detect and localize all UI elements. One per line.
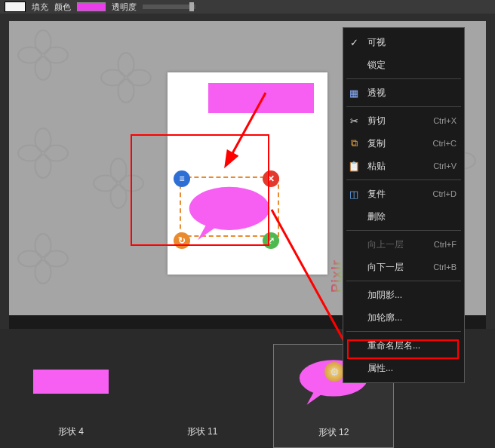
menu-separator <box>346 180 461 180</box>
svg-point-15 <box>120 176 143 192</box>
scissors-icon: ✂ <box>346 113 361 128</box>
resize-handle-icon[interactable]: ⤢ <box>263 232 279 249</box>
menu-copy[interactable]: ⧉ 复制 Ctrl+C <box>343 132 464 155</box>
svg-point-2 <box>18 48 42 63</box>
menu-cut[interactable]: ✂ 剪切 Ctrl+X <box>343 109 464 132</box>
menu-label: 向下一层 <box>367 261 427 274</box>
fill-label: 填充 <box>32 2 48 13</box>
canvas-page[interactable] <box>168 72 327 275</box>
menu-label: 锁定 <box>367 59 457 72</box>
layer-preview <box>11 344 131 419</box>
menu-shortcut: Ctrl+C <box>433 139 457 148</box>
menu-label: 重命名层名... <box>367 339 457 352</box>
menu-label: 透视 <box>367 87 457 100</box>
bg-flower <box>17 232 69 285</box>
svg-point-10 <box>18 146 42 161</box>
layer-label: 形状 4 <box>58 425 84 438</box>
blank-icon <box>346 287 361 302</box>
delete-handle-icon[interactable]: ✕ <box>263 170 279 187</box>
menu-label: 可视 <box>367 36 457 49</box>
blank-icon <box>346 361 361 376</box>
menu-label: 复件 <box>367 188 427 201</box>
menu-rename[interactable]: 重命名层名... <box>343 334 464 357</box>
menu-perspective[interactable]: ▦ 透视 <box>343 81 464 104</box>
menu-shortcut: Ctrl+X <box>433 116 457 125</box>
menu-shortcut: Ctrl+B <box>433 262 457 272</box>
copy-icon: ⧉ <box>346 136 361 151</box>
menu-label: 向上一层 <box>367 238 428 251</box>
svg-point-18 <box>18 251 42 267</box>
menu-shortcut: Ctrl+V <box>433 161 457 170</box>
blank-icon <box>346 57 361 72</box>
menu-lock[interactable]: 锁定 <box>343 54 464 76</box>
svg-point-14 <box>94 176 117 192</box>
layer-label: 形状 12 <box>318 426 349 439</box>
layer-thumb[interactable]: 形状 4 <box>11 344 131 448</box>
menu-shadow[interactable]: 加阴影... <box>343 284 464 306</box>
menu-label: 属性... <box>367 362 457 375</box>
pink-rectangle-icon <box>33 370 109 394</box>
menu-separator <box>346 230 461 231</box>
opacity-label: 透明度 <box>112 2 137 13</box>
layer-thumb[interactable]: 形状 11 <box>142 344 263 448</box>
menu-separator <box>346 78 461 79</box>
menu-move-down[interactable]: 向下一层 Ctrl+B <box>343 256 464 278</box>
menu-move-up[interactable]: 向上一层 Ctrl+F <box>343 233 464 256</box>
menu-separator <box>346 331 461 332</box>
svg-point-3 <box>45 48 68 63</box>
gear-icon: ⚙ <box>324 362 344 382</box>
menu-label: 删除 <box>367 210 457 223</box>
speech-bubble-shape[interactable] <box>183 184 276 243</box>
opacity-slider[interactable] <box>143 5 195 9</box>
blank-icon <box>346 209 361 224</box>
color-label: 颜色 <box>54 2 71 13</box>
menu-handle-icon[interactable]: ≡ <box>174 170 190 187</box>
duplicate-icon: ◫ <box>346 186 361 201</box>
menu-outline[interactable]: 加轮廓... <box>343 306 464 329</box>
pink-rectangle-shape[interactable] <box>208 83 314 113</box>
menu-delete[interactable]: 删除 <box>343 205 464 228</box>
menu-duplicate[interactable]: ◫ 复件 Ctrl+D <box>343 183 464 205</box>
menu-label: 复制 <box>367 137 427 150</box>
menu-separator <box>346 281 461 281</box>
check-icon: ✓ <box>346 35 361 50</box>
layer-preview <box>142 344 263 419</box>
blank-icon <box>346 259 361 275</box>
blank-icon <box>346 310 361 325</box>
svg-point-11 <box>45 146 68 161</box>
context-menu: ✓ 可视 锁定 ▦ 透视 ✂ 剪切 Ctrl+X ⧉ 复制 Ctrl+C 📋 粘… <box>343 27 465 383</box>
rotate-handle-icon[interactable]: ↻ <box>174 232 190 249</box>
bg-flower <box>17 29 69 81</box>
grid-icon: ▦ <box>346 85 361 100</box>
menu-visible[interactable]: ✓ 可视 <box>343 31 464 54</box>
menu-shortcut: Ctrl+F <box>434 240 457 249</box>
menu-label: 加阴影... <box>367 289 457 302</box>
menu-separator <box>346 106 461 107</box>
color-swatch[interactable] <box>77 2 106 11</box>
menu-paste[interactable]: 📋 粘贴 Ctrl+V <box>343 155 464 177</box>
blank-icon <box>346 338 361 353</box>
layer-label: 形状 11 <box>187 425 218 438</box>
top-toolbar: 填充 颜色 透明度 <box>0 0 495 14</box>
bg-flower <box>17 127 69 180</box>
svg-point-19 <box>45 251 68 267</box>
bg-flower <box>100 51 152 104</box>
paste-icon: 📋 <box>346 158 361 173</box>
svg-point-7 <box>128 70 151 86</box>
menu-label: 剪切 <box>367 115 427 127</box>
shape-preview <box>5 2 26 12</box>
svg-point-6 <box>101 70 125 86</box>
menu-label: 粘贴 <box>367 160 427 173</box>
bg-flower <box>92 157 145 210</box>
svg-point-28 <box>189 187 270 230</box>
menu-properties[interactable]: 属性... <box>343 357 464 379</box>
menu-shortcut: Ctrl+D <box>433 189 457 198</box>
blank-icon <box>346 237 361 252</box>
menu-label: 加轮廓... <box>367 311 457 324</box>
